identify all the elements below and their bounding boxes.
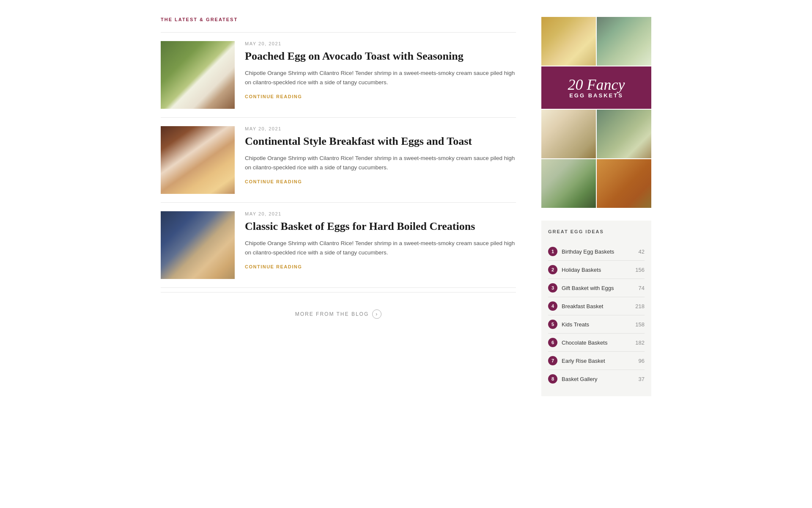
idea-number-badge-2: 2 bbox=[548, 265, 557, 274]
post-item-1: May 20, 2021 Poached Egg on Avocado Toas… bbox=[161, 32, 516, 118]
idea-number-badge-4: 4 bbox=[548, 301, 557, 311]
idea-count-4: 218 bbox=[635, 303, 645, 309]
idea-name-2: Holiday Baskets bbox=[562, 267, 631, 273]
gallery-image-2 bbox=[597, 17, 651, 66]
idea-name-3: Gift Basket with Eggs bbox=[562, 285, 634, 291]
idea-number-badge-3: 3 bbox=[548, 283, 557, 293]
main-content: The Latest & Greatest May 20, 2021 Poach… bbox=[161, 17, 516, 327]
post-date-1: May 20, 2021 bbox=[245, 41, 516, 46]
post-list: May 20, 2021 Poached Egg on Avocado Toas… bbox=[161, 32, 516, 288]
continue-reading-2[interactable]: Continue Reading bbox=[245, 179, 302, 184]
egg-idea-item-8[interactable]: 8 Basket Gallery 37 bbox=[548, 370, 645, 388]
idea-name-8: Basket Gallery bbox=[562, 376, 634, 382]
post-content-2: May 20, 2021 Continental Style Breakfast… bbox=[245, 126, 516, 194]
post-title-1: Poached Egg on Avocado Toast with Season… bbox=[245, 50, 516, 64]
page-wrapper: The Latest & Greatest May 20, 2021 Poach… bbox=[152, 0, 660, 422]
gallery-image-3 bbox=[541, 110, 596, 158]
idea-number-badge-8: 8 bbox=[548, 374, 557, 384]
section-heading: The Latest & Greatest bbox=[161, 17, 516, 22]
continue-reading-3[interactable]: Continue Reading bbox=[245, 264, 302, 269]
post-item-2: May 20, 2021 Continental Style Breakfast… bbox=[161, 118, 516, 203]
more-from-blog-section: More From The Blog › bbox=[161, 292, 516, 327]
gallery-center-banner[interactable]: 20 Fancy Egg Baskets bbox=[541, 66, 651, 109]
post-excerpt-1: Chipotle Orange Shrimp with Cilantro Ric… bbox=[245, 69, 516, 88]
egg-idea-item-5[interactable]: 5 Kids Treats 158 bbox=[548, 315, 645, 334]
idea-count-7: 96 bbox=[639, 358, 645, 364]
egg-idea-item-7[interactable]: 7 Early Rise Basket 96 bbox=[548, 352, 645, 370]
post-date-2: May 20, 2021 bbox=[245, 126, 516, 131]
egg-ideas-title: Great Egg Ideas bbox=[548, 229, 645, 236]
egg-ideas-section: Great Egg Ideas 1 Birthday Egg Baskets 4… bbox=[541, 221, 651, 396]
sidebar-gallery: 20 Fancy Egg Baskets bbox=[541, 17, 651, 208]
idea-count-5: 158 bbox=[635, 321, 645, 328]
more-from-blog-link[interactable]: More From The Blog › bbox=[295, 309, 381, 319]
post-title-3: Classic Basket of Eggs for Hard Boiled C… bbox=[245, 220, 516, 234]
fancy-number-text: 20 Fancy bbox=[568, 77, 625, 92]
idea-number-badge-1: 1 bbox=[548, 247, 557, 256]
idea-name-4: Breakfast Basket bbox=[562, 303, 631, 309]
continue-reading-1[interactable]: Continue Reading bbox=[245, 94, 302, 99]
gallery-image-1 bbox=[541, 17, 596, 66]
egg-idea-item-3[interactable]: 3 Gift Basket with Eggs 74 bbox=[548, 279, 645, 297]
idea-count-2: 156 bbox=[635, 267, 645, 273]
idea-count-1: 42 bbox=[639, 248, 645, 255]
sidebar: 20 Fancy Egg Baskets Great Egg Ideas 1 B… bbox=[541, 17, 651, 396]
post-title-2: Continental Style Breakfast with Eggs an… bbox=[245, 135, 516, 149]
egg-ideas-list: 1 Birthday Egg Baskets 42 2 Holiday Bask… bbox=[548, 243, 645, 388]
gallery-image-5 bbox=[541, 159, 596, 208]
post-item-3: May 20, 2021 Classic Basket of Eggs for … bbox=[161, 203, 516, 288]
post-excerpt-3: Chipotle Orange Shrimp with Cilantro Ric… bbox=[245, 239, 516, 258]
post-content-1: May 20, 2021 Poached Egg on Avocado Toas… bbox=[245, 41, 516, 109]
post-thumbnail-1 bbox=[161, 41, 235, 109]
arrow-right-icon: › bbox=[372, 309, 381, 319]
egg-idea-item-2[interactable]: 2 Holiday Baskets 156 bbox=[548, 261, 645, 279]
idea-number-badge-6: 6 bbox=[548, 338, 557, 347]
egg-idea-item-1[interactable]: 1 Birthday Egg Baskets 42 bbox=[548, 243, 645, 261]
more-from-blog-label: More From The Blog bbox=[295, 311, 369, 317]
fancy-label-text: Egg Baskets bbox=[569, 92, 623, 99]
idea-count-3: 74 bbox=[639, 285, 645, 291]
idea-number-badge-7: 7 bbox=[548, 356, 557, 365]
egg-idea-item-6[interactable]: 6 Chocolate Baskets 182 bbox=[548, 334, 645, 352]
idea-name-1: Birthday Egg Baskets bbox=[562, 248, 634, 255]
post-date-3: May 20, 2021 bbox=[245, 211, 516, 216]
post-excerpt-2: Chipotle Orange Shrimp with Cilantro Ric… bbox=[245, 154, 516, 173]
post-thumbnail-3 bbox=[161, 211, 235, 279]
egg-idea-item-4[interactable]: 4 Breakfast Basket 218 bbox=[548, 297, 645, 315]
idea-count-6: 182 bbox=[635, 340, 645, 346]
post-content-3: May 20, 2021 Classic Basket of Eggs for … bbox=[245, 211, 516, 279]
idea-name-6: Chocolate Baskets bbox=[562, 340, 631, 346]
post-thumbnail-2 bbox=[161, 126, 235, 194]
idea-name-7: Early Rise Basket bbox=[562, 358, 634, 364]
idea-number-badge-5: 5 bbox=[548, 320, 557, 329]
gallery-image-6 bbox=[597, 159, 651, 208]
idea-count-8: 37 bbox=[639, 376, 645, 382]
idea-name-5: Kids Treats bbox=[562, 321, 631, 328]
gallery-image-4 bbox=[597, 110, 651, 158]
